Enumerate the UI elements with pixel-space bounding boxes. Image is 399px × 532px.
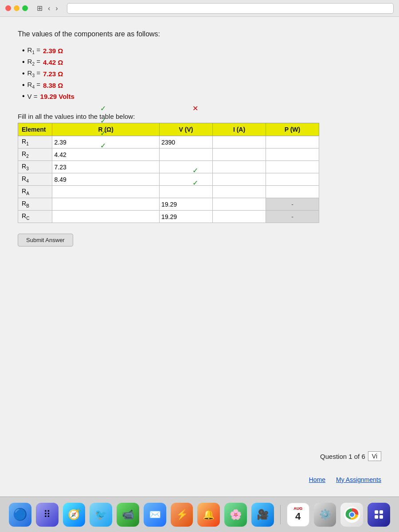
list-item: R4 = 8.38 Ω (22, 81, 381, 90)
intro-text: The values of the components are as foll… (18, 30, 381, 38)
rb-current-cell[interactable] (213, 198, 266, 211)
r1-power-input[interactable] (268, 139, 317, 146)
dock-photos[interactable]: 🌸 (224, 503, 247, 527)
dock-notification[interactable]: 🔔 (197, 503, 220, 527)
rc-resistance-cell[interactable] (52, 211, 160, 223)
dock-calendar[interactable]: AUG 4 (287, 503, 309, 527)
ra-current-input[interactable] (215, 188, 264, 196)
ra-resistance-input[interactable] (54, 188, 157, 196)
col-current: I (A) (213, 123, 266, 136)
rc-current-input[interactable] (215, 213, 264, 220)
ra-resistance-cell[interactable] (52, 186, 160, 198)
dock-safari[interactable]: 🧭 (63, 503, 86, 527)
dock-facetime[interactable]: 📹 (117, 503, 139, 527)
ra-current-cell[interactable] (213, 186, 266, 198)
r4-current-input[interactable] (215, 176, 264, 183)
rc-resistance-input[interactable] (54, 213, 157, 220)
r2-voltage-cell[interactable] (160, 149, 213, 161)
r3-power-cell[interactable] (266, 161, 319, 173)
r2-power-cell[interactable] (266, 149, 319, 161)
dock-chrome[interactable] (340, 503, 363, 527)
question-view-button[interactable]: Vi (368, 451, 381, 461)
v4-icon (191, 139, 198, 152)
rb-resistance-input[interactable] (54, 201, 157, 208)
list-item: V = 19.29 Volts (22, 92, 381, 100)
r4-power-cell[interactable] (266, 173, 319, 186)
dock-launchpad[interactable]: ⠿ (36, 503, 59, 527)
r3-voltage-cell[interactable] (160, 161, 213, 173)
forward-icon[interactable]: › (54, 4, 59, 13)
dock-twitter-bird[interactable]: 🐦 (90, 503, 112, 527)
question-counter: Question 1 of 6 Vi (320, 451, 381, 461)
circuit-table: Element R (Ω) V (V) I (A) P (W) R1 (18, 123, 319, 223)
ra-voltage-cell[interactable] (160, 186, 213, 198)
r4-current-cell[interactable] (213, 173, 266, 186)
rc-power-cell: - (266, 211, 319, 223)
r1-check-icon: ✓ (98, 102, 106, 114)
dock-finder[interactable]: 🔵 (9, 503, 31, 527)
assignments-link[interactable]: My Assignments (336, 476, 381, 483)
rc-voltage-input[interactable] (161, 213, 211, 220)
r1-power-cell[interactable] (266, 136, 319, 149)
v3-icon (191, 127, 198, 139)
minimize-button[interactable] (14, 5, 20, 11)
element-r4: R4 (18, 173, 52, 186)
dock-prefs[interactable]: ⚙️ (314, 503, 336, 527)
submit-button[interactable]: Submit Answer (18, 234, 73, 246)
rb-current-input[interactable] (215, 201, 264, 208)
svg-point-3 (350, 512, 354, 517)
ra-voltage-input[interactable] (161, 188, 211, 196)
table-wrapper: Element R (Ω) V (V) I (A) P (W) R1 (18, 123, 381, 223)
r3-resistance-cell[interactable] (52, 161, 160, 173)
rb-resistance-cell[interactable] (52, 198, 160, 211)
r2-voltage-input[interactable] (161, 151, 211, 158)
r4-check-icon: ✓ (98, 139, 106, 152)
close-button[interactable] (5, 5, 11, 11)
r2-current-input[interactable] (215, 151, 264, 158)
rc-current-cell[interactable] (213, 211, 266, 223)
rb-voltage-cell[interactable] (160, 198, 213, 211)
r3-power-input[interactable] (268, 164, 317, 171)
r3-current-input[interactable] (215, 164, 264, 171)
dock-dots[interactable] (368, 503, 390, 527)
element-rb: RB (18, 198, 52, 211)
list-item: R3 = 7.23 Ω (22, 69, 381, 78)
r2-current-cell[interactable] (213, 149, 266, 161)
dock-mail[interactable]: ✉️ (144, 503, 166, 527)
maximize-button[interactable] (22, 5, 28, 11)
rc-voltage-cell[interactable] (160, 211, 213, 223)
r4-voltage-cell[interactable] (160, 173, 213, 186)
v2-icon (191, 114, 198, 127)
r2-power-input[interactable] (268, 151, 317, 158)
r4-resistance-input[interactable] (54, 176, 157, 183)
question-counter-text: Question 1 of 6 (320, 453, 365, 460)
r1-voltage-input[interactable] (161, 139, 211, 146)
sidebar-toggle-icon[interactable]: ⊞ (35, 3, 44, 13)
dock: 🔵 ⠿ 🧭 🐦 📹 ✉️ ⚡ 🔔 🌸 🎥 AUG 4 ⚙️ (0, 497, 399, 532)
rb-voltage-input[interactable] (161, 201, 211, 208)
r1-current-cell[interactable] (213, 136, 266, 149)
r4-voltage-input[interactable] (161, 176, 211, 183)
r4-power-input[interactable] (268, 176, 317, 183)
r-check-icons: ✓ ✓ ✓ ✓ (98, 102, 106, 152)
back-icon[interactable]: ‹ (46, 4, 52, 13)
r4-resistance-cell[interactable] (52, 173, 160, 186)
dock-spark[interactable]: ⚡ (171, 503, 193, 527)
r3-current-cell[interactable] (213, 161, 266, 173)
r2-resistance-input[interactable] (54, 151, 157, 158)
r1-voltage-cell[interactable] (160, 136, 213, 149)
r1-current-input[interactable] (215, 139, 264, 146)
ra-power-cell[interactable] (266, 186, 319, 198)
address-bar[interactable] (67, 3, 394, 14)
home-link[interactable]: Home (309, 476, 325, 483)
element-ra: RA (18, 186, 52, 198)
title-bar: ⊞ ‹ › (0, 0, 399, 17)
ra-power-input[interactable] (268, 188, 317, 196)
footer-links: Home My Assignments (309, 476, 381, 483)
col-power: P (W) (266, 123, 319, 136)
r3-resistance-input[interactable] (54, 164, 157, 171)
va-icon (191, 152, 198, 164)
dock-facetime2[interactable]: 🎥 (251, 503, 274, 527)
r3-voltage-input[interactable] (161, 164, 211, 171)
element-r2: R2 (18, 149, 52, 161)
